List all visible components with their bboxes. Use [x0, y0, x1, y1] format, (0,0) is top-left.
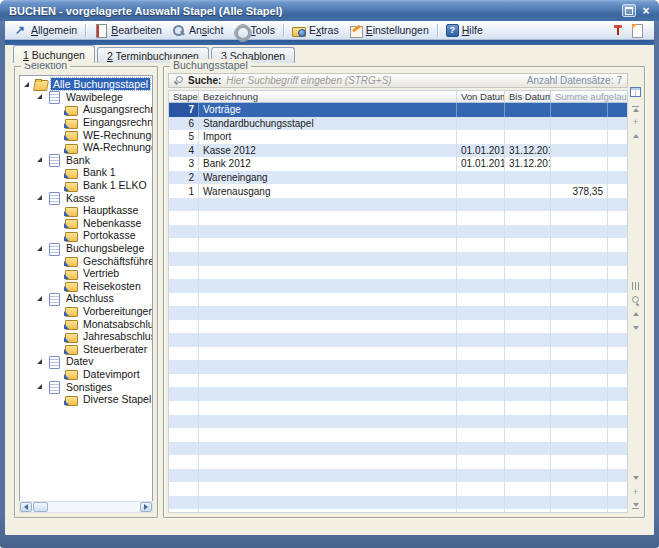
table-row[interactable]: 6Standardbuchungsstapel: [169, 117, 627, 131]
column-header-summe[interactable]: Summe aufgelaufen: [551, 91, 627, 102]
table-row-empty[interactable]: [169, 509, 627, 513]
table-row-empty[interactable]: [169, 469, 627, 483]
table-row[interactable]: 1Warenausgang378,35: [169, 184, 627, 198]
tree-expander-icon[interactable]: [37, 246, 42, 251]
table-row-empty[interactable]: [169, 360, 627, 374]
table-row[interactable]: 4Kasse 201201.01.201231.12.2012: [169, 144, 627, 158]
table-row-empty[interactable]: [169, 401, 627, 415]
table-row-empty[interactable]: [169, 279, 627, 293]
scrollbar-thumb[interactable]: [33, 502, 48, 512]
table-row-empty[interactable]: [169, 415, 627, 429]
tree-item-portokasse[interactable]: Portokasse: [20, 229, 152, 242]
toolbar-button-hilfe[interactable]: Hilfe: [441, 23, 488, 38]
toolbar-button-allgemein[interactable]: Allgemein: [9, 23, 82, 38]
table-row-empty[interactable]: [169, 266, 627, 280]
tree-item-kasse[interactable]: Kasse: [20, 191, 152, 204]
scroll-right-button[interactable]: [140, 502, 152, 512]
tree-item-bank[interactable]: Bank: [20, 154, 152, 167]
toolbar-button-einstellungen[interactable]: Einstellungen: [344, 23, 434, 38]
table-row-empty[interactable]: [169, 238, 627, 252]
maximize-button[interactable]: [622, 4, 636, 17]
table-row-empty[interactable]: [169, 442, 627, 456]
toolbar-button-extras[interactable]: Extras: [287, 23, 344, 38]
table-row-empty[interactable]: [169, 387, 627, 401]
table-row-empty[interactable]: [169, 225, 627, 239]
append-record-icon[interactable]: +: [630, 117, 641, 127]
tree-item-bank-1-elko[interactable]: Bank 1 ELKO: [20, 179, 152, 192]
tree-item-datevimport[interactable]: Datevimport: [20, 368, 152, 381]
tree-item-wa-rechnungen-ohne-wawi[interactable]: WA-Rechnungen ohne Wawi: [20, 141, 152, 154]
tree-item-hauptkasse[interactable]: Hauptkasse: [20, 204, 152, 217]
page-up-icon[interactable]: [630, 309, 641, 319]
table-row[interactable]: 2Wareneingang: [169, 171, 627, 185]
table-row-empty[interactable]: [169, 198, 627, 212]
table-row-empty[interactable]: [169, 252, 627, 266]
tree-item-jahresabschluss[interactable]: Jahresabschluss: [20, 330, 152, 343]
toolbar-button-tools[interactable]: Tools: [228, 23, 280, 38]
tree-item-sonstiges[interactable]: Sonstiges: [20, 380, 152, 393]
tree-item-bank-1[interactable]: Bank 1: [20, 166, 152, 179]
column-chooser-icon[interactable]: [630, 87, 641, 97]
table-row[interactable]: 7Vorträge: [169, 103, 627, 117]
table-row-empty[interactable]: [169, 306, 627, 320]
tab-buchungen[interactable]: 1 Buchungen: [13, 45, 95, 63]
table-row-empty[interactable]: [169, 347, 627, 361]
tree-item-vertrieb[interactable]: Vertrieb: [20, 267, 152, 280]
table-row-empty[interactable]: [169, 482, 627, 496]
tree-item-gesch-ftsf-hrer[interactable]: Geschäftsführer: [20, 254, 152, 267]
tree-item-eingangsrechnungen[interactable]: Eingangsrechnungen: [20, 116, 152, 129]
previous-record-icon[interactable]: [630, 131, 641, 141]
toolbar-button-ansicht[interactable]: Ansicht: [167, 23, 228, 38]
column-header-bis-datum[interactable]: Bis Datum: [505, 91, 551, 102]
tree-item-abschluss[interactable]: Abschluss: [20, 292, 152, 305]
first-record-icon[interactable]: [630, 103, 641, 113]
tree-item-we-rechnungen-ohne-wawi[interactable]: WE-Rechnungen ohne Wawi: [20, 128, 152, 141]
tree-expander-icon[interactable]: [37, 296, 42, 301]
tree-expander-icon[interactable]: [37, 94, 42, 99]
note-icon[interactable]: [631, 24, 642, 37]
table-row-empty[interactable]: [169, 293, 627, 307]
search-record-icon[interactable]: [630, 295, 641, 305]
table-row-empty[interactable]: [169, 428, 627, 442]
toolbar-button-bearbeiten[interactable]: Bearbeiten: [89, 23, 167, 38]
table-row[interactable]: 5Import: [169, 130, 627, 144]
fit-columns-icon[interactable]: [630, 281, 641, 291]
tree-expander-icon[interactable]: [37, 157, 42, 162]
column-header-stapel[interactable]: Stapel: [169, 91, 199, 102]
column-header-bezeichnung[interactable]: Bezeichnung: [199, 91, 457, 102]
table-row-empty[interactable]: [169, 320, 627, 334]
tree-item-wawibelege[interactable]: Wawibelege: [20, 91, 152, 104]
close-button[interactable]: ×: [639, 4, 653, 17]
tree-item-vorbereitungen[interactable]: Vorbereitungen: [20, 305, 152, 318]
tree-item-reisekosten[interactable]: Reisekosten: [20, 280, 152, 293]
table-row-empty[interactable]: [169, 374, 627, 388]
insert-record-icon[interactable]: +: [630, 487, 641, 497]
table-row-empty[interactable]: [169, 211, 627, 225]
cell-stapel: [169, 469, 199, 483]
last-record-icon[interactable]: [630, 501, 641, 511]
tree-expander-icon[interactable]: [37, 359, 42, 364]
tree-expander-icon[interactable]: [37, 384, 42, 389]
pin-icon[interactable]: [612, 24, 623, 37]
tree-item-diverse-stapel[interactable]: Diverse Stapel: [20, 393, 152, 406]
tree-item-steuerberater[interactable]: Steuerberater: [20, 342, 152, 355]
tree-horizontal-scrollbar[interactable]: [19, 501, 153, 513]
tree-item-datev[interactable]: Datev: [20, 355, 152, 368]
tree-expander-icon[interactable]: [37, 195, 42, 200]
scroll-left-button[interactable]: [20, 502, 32, 512]
tree-item-ausgangsrechnungen[interactable]: Ausgangsrechnungen: [20, 103, 152, 116]
table-row-empty[interactable]: [169, 333, 627, 347]
search-bar[interactable]: Suche: Hier Suchbegriff eingeben (STRG+S…: [168, 73, 628, 88]
table-header[interactable]: Stapel Bezeichnung Von Datum Bis Datum S…: [169, 91, 627, 103]
table-row[interactable]: 3Bank 201201.01.201231.12.2012: [169, 157, 627, 171]
column-header-von-datum[interactable]: Von Datum: [457, 91, 505, 102]
page-down-icon[interactable]: [630, 323, 641, 333]
table-row-empty[interactable]: [169, 455, 627, 469]
tree-item-alle-buchungsstapel[interactable]: Alle Buchungsstapel: [20, 78, 152, 91]
tree-expander-icon[interactable]: [24, 82, 29, 87]
tree-item-monatsabschluss[interactable]: Monatsabschluss: [20, 317, 152, 330]
table-row-empty[interactable]: [169, 496, 627, 510]
next-record-icon[interactable]: [630, 473, 641, 483]
tree-item-nebenkasse[interactable]: Nebenkasse: [20, 217, 152, 230]
tree-item-buchungsbelege[interactable]: Buchungsbelege: [20, 242, 152, 255]
